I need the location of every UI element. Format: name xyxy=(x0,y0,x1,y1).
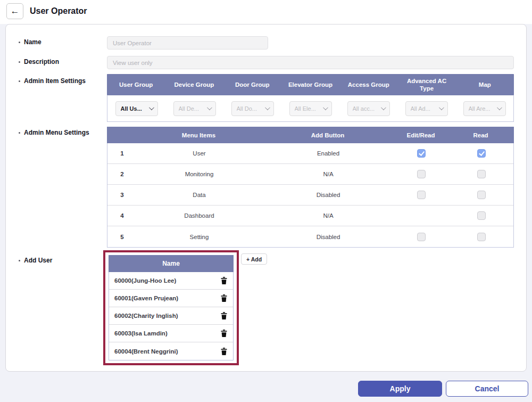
user-group-dropdown[interactable]: All Us... xyxy=(115,101,158,116)
column-header: Menu Items xyxy=(136,127,261,143)
delete-user-button[interactable] xyxy=(220,311,228,320)
trash-icon xyxy=(221,312,227,319)
bullet-dot xyxy=(19,80,20,82)
delete-user-button[interactable] xyxy=(220,294,228,302)
row-number: 1 xyxy=(107,143,137,163)
column-header: Read xyxy=(447,127,514,143)
edit-read-checkbox[interactable] xyxy=(417,191,426,199)
read-checkbox[interactable] xyxy=(477,211,486,220)
column-header: User Group xyxy=(107,74,165,95)
admin-item-settings-dropdown-row: All Us... All De... All Do... All Ele...… xyxy=(107,95,514,122)
edit-read-checkbox[interactable] xyxy=(417,170,426,178)
column-header: Map xyxy=(456,74,514,95)
form-card: Name Description Admin Item Settings Use… xyxy=(5,24,527,372)
cancel-button[interactable]: Cancel xyxy=(446,381,528,397)
user-name: 60001(Gaven Prujean) xyxy=(114,295,178,301)
chevron-down-icon xyxy=(496,105,502,110)
column-header: Device Group xyxy=(165,74,223,95)
admin-item-settings-header-row: User Group Device Group Door Group Eleva… xyxy=(107,74,514,95)
menu-item-name: Monitoring xyxy=(137,164,262,184)
admin-menu-settings-label: Admin Menu Settings xyxy=(19,129,89,136)
edit-read-checkbox[interactable] xyxy=(417,233,426,241)
list-item: 60002(Charity Inglish) xyxy=(109,307,233,325)
bullet-dot xyxy=(19,132,20,134)
delete-user-button[interactable] xyxy=(220,329,228,338)
read-checkbox[interactable] xyxy=(477,233,486,241)
table-row: 5 Setting Disabled xyxy=(107,226,513,247)
add-button-state: Disabled xyxy=(262,226,395,247)
bullet-dot xyxy=(19,61,20,63)
user-name: 60003(Isa Lamdin) xyxy=(114,330,168,337)
bullet-dot xyxy=(19,42,20,43)
delete-user-button[interactable] xyxy=(220,347,228,356)
map-dropdown[interactable]: All Are... xyxy=(463,101,506,116)
add-button-state: Disabled xyxy=(262,185,395,205)
column-header: Add Button xyxy=(261,127,394,143)
table-row: 2 Monitoring N/A xyxy=(107,164,513,185)
table-row: 4 Dashboard N/A xyxy=(107,206,513,226)
bullet-dot xyxy=(19,260,20,261)
list-item: 60001(Gaven Prujean) xyxy=(109,290,233,307)
trash-icon xyxy=(221,277,227,284)
read-checkbox[interactable] xyxy=(477,191,486,199)
menu-item-name: Data xyxy=(137,185,262,205)
access-group-dropdown[interactable]: All acc... xyxy=(347,101,390,116)
user-name: 60004(Brent Neggrini) xyxy=(114,348,178,355)
door-group-dropdown[interactable]: All Do... xyxy=(231,101,274,116)
list-item: 60000(Jung-Hoo Lee) xyxy=(109,272,233,290)
description-label: Description xyxy=(19,58,59,65)
list-item: 60003(Isa Lamdin) xyxy=(109,325,233,342)
column-header: Elevator Group xyxy=(281,74,339,95)
user-name: 60002(Charity Inglish) xyxy=(114,313,178,319)
name-input[interactable] xyxy=(107,36,268,50)
left-arrow-icon: ← xyxy=(11,6,20,17)
chevron-down-icon xyxy=(264,105,270,110)
back-button[interactable]: ← xyxy=(6,3,23,19)
trash-icon xyxy=(221,294,227,302)
row-number: 2 xyxy=(107,164,137,184)
top-bar: ← User Operator xyxy=(0,0,532,24)
column-header: Access Group xyxy=(339,74,397,95)
table-row: 3 Data Disabled xyxy=(107,185,513,206)
menu-item-name: Setting xyxy=(137,226,262,247)
advanced-ac-type-dropdown[interactable]: All Ad... xyxy=(405,101,448,116)
row-number: 5 xyxy=(107,226,137,247)
description-input[interactable] xyxy=(107,56,514,69)
chevron-down-icon xyxy=(322,105,328,110)
admin-item-settings-label: Admin Item Settings xyxy=(19,77,86,85)
elevator-group-dropdown[interactable]: All Ele... xyxy=(289,101,332,116)
column-header: Edit/Read xyxy=(394,127,447,143)
add-user-table: Name 60000(Jung-Hoo Lee) 60001(Gaven Pru… xyxy=(109,255,234,360)
add-button-state: Enabled xyxy=(262,143,395,163)
add-user-button[interactable]: + Add xyxy=(241,253,267,265)
admin-item-settings-table: User Group Device Group Door Group Eleva… xyxy=(107,74,514,122)
add-user-highlight-box: Name 60000(Jung-Hoo Lee) 60001(Gaven Pru… xyxy=(103,250,239,365)
row-number: 3 xyxy=(107,185,137,205)
name-label: Name xyxy=(19,38,41,46)
admin-menu-settings-header-row: Menu Items Add Button Edit/Read Read xyxy=(107,127,514,143)
menu-item-name: Dashboard xyxy=(137,206,262,226)
trash-icon xyxy=(221,348,227,355)
column-header: Door Group xyxy=(223,74,281,95)
list-item: 60004(Brent Neggrini) xyxy=(109,342,233,360)
add-user-label: Add User xyxy=(19,257,52,264)
menu-item-name: User xyxy=(137,143,262,163)
add-button-state: N/A xyxy=(262,206,395,226)
read-checkbox[interactable] xyxy=(477,149,486,158)
apply-button[interactable]: Apply xyxy=(358,381,442,397)
column-header: Advanced AC Type xyxy=(397,74,455,95)
edit-read-checkbox[interactable] xyxy=(417,149,426,158)
table-row: 1 User Enabled xyxy=(107,143,513,164)
user-name: 60000(Jung-Hoo Lee) xyxy=(114,277,176,284)
read-checkbox[interactable] xyxy=(477,170,486,178)
chevron-down-icon xyxy=(148,105,154,110)
device-group-dropdown[interactable]: All De... xyxy=(173,101,216,116)
trash-icon xyxy=(221,330,227,337)
add-button-state: N/A xyxy=(262,164,395,184)
delete-user-button[interactable] xyxy=(220,276,228,285)
chevron-down-icon xyxy=(206,105,212,110)
chevron-down-icon xyxy=(438,105,444,110)
admin-menu-settings-table: Menu Items Add Button Edit/Read Read 1 U… xyxy=(107,127,514,248)
row-number: 4 xyxy=(107,206,137,226)
chevron-down-icon xyxy=(380,105,386,110)
